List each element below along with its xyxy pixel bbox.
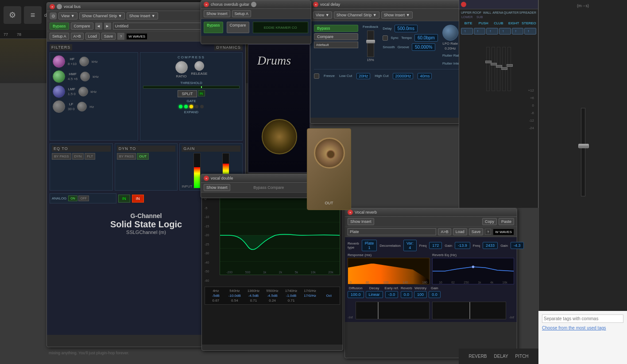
- vr-decay-val[interactable]: Linear: [366, 291, 383, 298]
- ssl-bypass-btn[interactable]: Bypass: [50, 23, 69, 30]
- ssl-lf-freq-knob[interactable]: [77, 102, 87, 111]
- ssl-split-btn[interactable]: SPLIT: [178, 90, 197, 97]
- td-delay-val[interactable]: 500.0ms: [395, 25, 418, 32]
- ssl-setup-a-btn[interactable]: Setup A: [50, 33, 69, 40]
- td-show-insert-btn[interactable]: Show Insert ▼: [381, 11, 413, 19]
- vr-save-btn[interactable]: Save: [469, 228, 484, 235]
- ssl-lmf-freq-knob[interactable]: [78, 87, 88, 96]
- ssl-view-btn[interactable]: View ▼: [58, 12, 77, 19]
- chorus-show-insert-btn[interactable]: Show Insert: [204, 10, 230, 17]
- spread-fader-5[interactable]: [507, 47, 511, 91]
- ssl-close-btn[interactable]: ×: [50, 4, 55, 9]
- td-show-cs-btn[interactable]: Show Channel Strip ▼: [334, 11, 379, 19]
- vr-early-ref-val[interactable]: -3.0: [385, 291, 399, 298]
- ssl-in-active-btn[interactable]: IN: [118, 195, 130, 203]
- tags-input[interactable]: [542, 314, 623, 323]
- spread-btn-3[interactable]: ↑: [486, 28, 498, 34]
- chorus-compare-btn[interactable]: Compare: [227, 22, 249, 33]
- td-preset[interactable]: #default: [314, 42, 358, 48]
- vr-diffusion-val[interactable]: 100.0: [348, 291, 364, 298]
- td-view-btn[interactable]: View ▼: [313, 11, 332, 19]
- td-freeze-checkbox[interactable]: [314, 73, 319, 79]
- ssl-flt-btn[interactable]: FLT: [85, 153, 95, 160]
- vr-paste-btn[interactable]: Paste: [499, 218, 514, 225]
- td-tempo-val[interactable]: 60.0bpm: [414, 34, 438, 42]
- spread-fader-5-handle[interactable]: [507, 64, 513, 67]
- vr-gain-param-val[interactable]: 0.0: [429, 291, 441, 298]
- preferences-icon[interactable]: ⚙: [4, 6, 21, 24]
- vr-reverb-type-val[interactable]: Plate 1: [362, 240, 377, 251]
- vr-load-btn[interactable]: Load: [453, 228, 467, 235]
- spread-btn-6[interactable]: ↑: [524, 28, 536, 34]
- ssl-dyn-btn[interactable]: DYN: [72, 153, 84, 160]
- spread-fader-4-handle[interactable]: [501, 67, 507, 70]
- vr-show-insert-btn[interactable]: Show Insert: [348, 218, 374, 225]
- spread-btn-1[interactable]: ↑: [461, 28, 473, 34]
- ssl-ch-out-btn[interactable]: OUT: [137, 153, 149, 160]
- ssl-hf-knob[interactable]: [53, 55, 65, 68]
- vr-fader-2[interactable]: [432, 302, 506, 319]
- td-bypass-btn[interactable]: Bypass: [314, 25, 358, 32]
- ssl-analog-on-btn[interactable]: ON: [68, 195, 77, 201]
- vr-reverb-param-val[interactable]: 0.0: [401, 291, 413, 298]
- vr-help-btn[interactable]: ?: [485, 229, 491, 235]
- vr-copy-btn[interactable]: Copy: [482, 218, 497, 225]
- spread-btn-4[interactable]: ↑: [499, 28, 511, 34]
- vr-wetdry-val[interactable]: 100: [414, 291, 427, 298]
- spread-fader-4[interactable]: [502, 47, 506, 91]
- ssl-in-btn[interactable]: IN: [198, 90, 205, 96]
- ssl-next-btn[interactable]: ►: [104, 23, 111, 30]
- vr-ab-btn[interactable]: A>B: [438, 228, 451, 235]
- vr-close-btn[interactable]: ×: [348, 210, 353, 215]
- vr-preset[interactable]: Plate: [348, 228, 436, 235]
- ssl-in-red-btn[interactable]: IN: [132, 195, 144, 203]
- tape-delay-close-btn[interactable]: ×: [313, 2, 318, 7]
- ssl-load-btn[interactable]: Load: [85, 33, 100, 40]
- vr-fader-1[interactable]: [356, 302, 430, 319]
- chorus-bypass-btn[interactable]: Bypass: [204, 22, 223, 33]
- td-compare-btn[interactable]: Compare: [314, 33, 358, 40]
- ssl-show-insert-btn[interactable]: Show Insert ▼: [127, 12, 158, 19]
- ssl-lmf-knob[interactable]: [53, 85, 65, 98]
- ssl-hmf-knob[interactable]: [53, 70, 65, 83]
- spread-fader-3[interactable]: [497, 47, 500, 91]
- chorus-close-btn[interactable]: ×: [204, 2, 209, 7]
- ssl-ab-btn[interactable]: A>B: [71, 33, 84, 40]
- vd-show-insert-btn[interactable]: Show Insert: [204, 184, 230, 191]
- reverb-fx-btn[interactable]: REVERB: [467, 352, 488, 360]
- ssl-prev-btn[interactable]: ◄: [95, 23, 102, 30]
- tags-link[interactable]: Choose from the most used tags: [542, 326, 606, 330]
- right-main-fader-handle[interactable]: [578, 144, 589, 148]
- ssl-settings-icon[interactable]: ⚙: [50, 12, 57, 19]
- ssl-help-btn[interactable]: ?: [117, 33, 124, 40]
- right-main-fader[interactable]: [581, 108, 585, 196]
- pitch-fx-btn[interactable]: PITCH: [514, 352, 530, 360]
- vd-close-btn[interactable]: ×: [204, 176, 209, 181]
- spread-close[interactable]: [461, 2, 466, 7]
- vr-gain1-val[interactable]: -13.9: [455, 242, 470, 249]
- ssl-save-btn[interactable]: Save: [101, 33, 116, 40]
- ssl-analog-off-btn[interactable]: OFF: [78, 195, 89, 201]
- delay-fx-btn[interactable]: DELAY: [492, 352, 510, 360]
- chorus-min-btn[interactable]: [251, 2, 256, 7]
- spread-fader-1[interactable]: [486, 47, 490, 91]
- vr-gain2-val[interactable]: -4.3: [511, 242, 524, 249]
- chorus-setup-a-btn[interactable]: Setup A: [232, 10, 252, 17]
- ssl-ratio-knob[interactable]: [175, 61, 188, 73]
- td-sync-checkbox[interactable]: [383, 35, 388, 41]
- ssl-lf-knob[interactable]: [53, 100, 65, 113]
- vr-freq1-val[interactable]: 172: [429, 242, 442, 249]
- ssl-compare-btn[interactable]: Compare: [71, 23, 93, 30]
- spread-btn-5[interactable]: ↑: [512, 28, 524, 34]
- ssl-threshold-bar[interactable]: [143, 86, 240, 88]
- spread-btn-2[interactable]: ↑: [474, 28, 486, 34]
- spread-fader-2[interactable]: [492, 47, 495, 91]
- ssl-hmf-freq-knob[interactable]: [80, 72, 90, 81]
- td-groove-val[interactable]: 50.000%: [412, 43, 435, 51]
- settings-icon[interactable]: ≡: [24, 6, 42, 24]
- vr-decorr-val[interactable]: Var: 4: [403, 240, 417, 251]
- ssl-show-cs-btn[interactable]: Show Channel Strip ▼: [79, 12, 125, 19]
- ssl-release-knob[interactable]: [194, 61, 204, 71]
- ssl-ch-bypass-btn[interactable]: BY PASS: [117, 153, 136, 160]
- ssl-min-btn[interactable]: [57, 4, 62, 9]
